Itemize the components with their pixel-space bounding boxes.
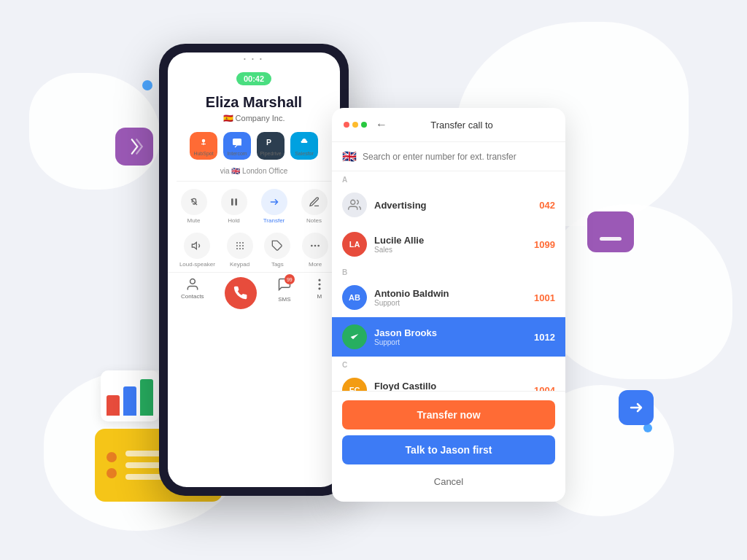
svg-point-17 — [314, 245, 317, 247]
end-call-button[interactable] — [225, 277, 257, 309]
transfer-button[interactable]: Transfer — [261, 189, 287, 224]
svg-point-16 — [311, 245, 313, 247]
hold-label: Hold — [228, 217, 239, 224]
chart-bar-2 — [123, 386, 136, 416]
contact-floyd[interactable]: FC Floyd Castillo Sales 1004 — [332, 370, 565, 391]
transfer-panel: ← Transfer call to 🇬🇧 A Advertising 042 — [332, 108, 565, 502]
via-text: via 🇬🇧 London Office — [168, 164, 340, 178]
loudspeaker-button[interactable]: Loud-speaker — [179, 233, 215, 268]
jason-avatar — [342, 324, 367, 349]
contacts-button[interactable]: Contacts — [181, 277, 204, 309]
app-icons-row: HubSpot Intercom P Pipedrive Salesfor — [168, 128, 340, 164]
floyd-avatar: FC — [342, 378, 367, 391]
svg-point-12 — [236, 248, 238, 249]
contact-antonio[interactable]: AB Antonio Baldwin Support 1001 — [332, 278, 565, 317]
transfer-label: Transfer — [263, 217, 285, 224]
app-hubspot[interactable]: HubSpot — [190, 132, 217, 160]
tags-button[interactable]: Tags — [264, 233, 290, 268]
transfer-title: Transfer call to — [387, 120, 536, 131]
header-dots — [344, 122, 367, 128]
svg-point-13 — [239, 248, 241, 249]
svg-point-18 — [317, 245, 320, 247]
mute-label: Mute — [187, 217, 201, 224]
transfer-now-button[interactable]: Transfer now — [342, 400, 555, 429]
back-button[interactable]: ← — [376, 118, 387, 131]
svg-point-20 — [319, 279, 320, 281]
svg-point-22 — [319, 288, 320, 289]
svg-point-9 — [236, 245, 238, 246]
svg-point-14 — [242, 248, 244, 249]
svg-rect-1 — [233, 139, 241, 145]
floyd-info: Floyd Castillo Sales — [374, 381, 527, 391]
svg-point-23 — [351, 200, 355, 204]
antonio-dept: Support — [374, 299, 527, 307]
svg-rect-4 — [235, 198, 237, 205]
blob-2 — [543, 204, 732, 379]
mute-button[interactable]: Mute — [181, 189, 207, 224]
app-intercom-label: Intercom — [227, 151, 247, 156]
app-pipedrive[interactable]: P Pipedrive — [257, 132, 285, 160]
chart-widget — [101, 370, 159, 421]
dot-blue-1 — [142, 80, 152, 90]
floyd-name: Floyd Castillo — [374, 381, 527, 391]
more-bottom-label: M — [317, 293, 322, 300]
svg-rect-3 — [231, 198, 233, 205]
contact-jason[interactable]: Jason Brooks Support 1012 — [332, 317, 565, 357]
caller-flag: 🇪🇸 — [223, 114, 233, 122]
antonio-avatar: AB — [342, 285, 367, 310]
antonio-ext: 1001 — [534, 292, 555, 303]
transfer-icon-circle — [261, 189, 287, 215]
advertising-avatar — [342, 192, 367, 217]
app-intercom[interactable]: Intercom — [223, 132, 251, 160]
more-bottom-button[interactable]: M — [312, 277, 327, 309]
svg-point-8 — [242, 242, 244, 244]
loudspeaker-label: Loud-speaker — [179, 261, 215, 268]
phone-dots: • • • — [168, 52, 340, 62]
jason-name: Jason Brooks — [374, 327, 527, 338]
svg-point-10 — [239, 245, 241, 246]
yellow-dot-2 — [107, 468, 117, 478]
jason-ext: 1012 — [534, 332, 555, 343]
chart-bar-3 — [140, 379, 153, 416]
notes-button[interactable]: Notes — [301, 189, 328, 224]
keypad-label: Keypad — [230, 261, 249, 268]
contact-lucile[interactable]: LA Lucile Allie Sales 1099 — [332, 225, 565, 264]
phone-inner: • • • 00:42 Eliza Marshall 🇪🇸 Company In… — [168, 52, 340, 487]
svg-marker-5 — [193, 242, 197, 249]
call-timer: 00:42 — [236, 72, 271, 85]
lucile-dept: Sales — [374, 246, 527, 254]
section-b-header: B — [332, 264, 565, 278]
divider-1 — [177, 181, 331, 182]
mute-icon-circle — [181, 189, 207, 215]
talk-first-button[interactable]: Talk to Jason first — [342, 435, 555, 464]
search-input[interactable] — [363, 152, 555, 162]
caller-company-text: Company Inc. — [236, 114, 285, 122]
lucile-info: Lucile Allie Sales — [374, 235, 527, 254]
app-salesforce-label: Salesfor — [295, 151, 314, 156]
contacts-label: Contacts — [181, 293, 204, 300]
keypad-icon-circle — [227, 233, 253, 259]
transfer-header: ← Transfer call to — [332, 108, 565, 142]
sms-label: SMS — [278, 296, 290, 303]
loudspeaker-icon-circle — [184, 233, 210, 259]
more-button[interactable]: More — [302, 233, 328, 268]
antonio-info: Antonio Baldwin Support — [374, 288, 527, 307]
svg-point-6 — [236, 242, 238, 244]
yellow-dot-1 — [107, 452, 117, 462]
app-salesforce[interactable]: Salesfor — [290, 132, 318, 160]
contact-advertising[interactable]: Advertising 042 — [332, 185, 565, 225]
hold-button[interactable]: Hold — [221, 189, 247, 224]
contact-list: A Advertising 042 LA Lucile Allie Sales — [332, 171, 565, 391]
action-row-2: Loud-speaker Keypad — [168, 228, 340, 272]
sms-badge-count: 99 — [285, 274, 295, 284]
sms-button[interactable]: 99 SMS — [277, 277, 292, 309]
action-row-1: Mute Hold Transfer — [168, 184, 340, 228]
svg-point-19 — [190, 279, 195, 284]
svg-point-11 — [242, 245, 244, 246]
yellow-dots-column — [107, 452, 117, 478]
svg-point-0 — [202, 139, 206, 142]
cancel-button[interactable]: Cancel — [342, 470, 555, 493]
more-label: More — [309, 261, 322, 268]
keypad-button[interactable]: Keypad — [227, 233, 253, 268]
dot-green — [361, 122, 367, 128]
